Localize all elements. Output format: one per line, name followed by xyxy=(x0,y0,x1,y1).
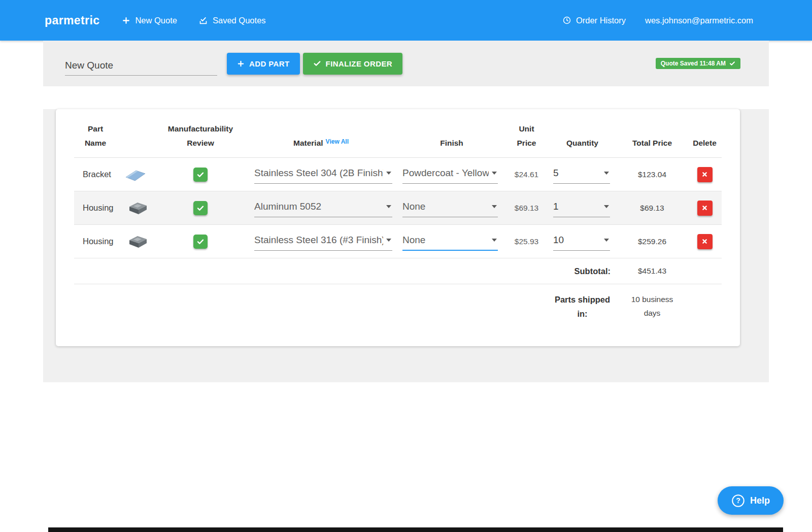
check-icon xyxy=(729,60,735,66)
help-label: Help xyxy=(750,495,770,506)
close-icon xyxy=(701,204,708,212)
total-price: $259.26 xyxy=(617,237,688,246)
nav-new-quote[interactable]: New Quote xyxy=(122,16,177,25)
table-row: Housing Aluminum 5052 None xyxy=(74,191,722,225)
subtotal-value: $451.43 xyxy=(617,267,688,276)
check-icon xyxy=(313,59,321,68)
add-part-label: ADD PART xyxy=(249,59,290,68)
finalize-order-label: FINALIZE ORDER xyxy=(326,59,392,68)
svg-text:?: ? xyxy=(736,496,740,505)
header-material: MaterialView All xyxy=(244,136,398,151)
finish-select[interactable]: Powdercoat - Yellow xyxy=(402,165,498,184)
save-check-icon xyxy=(198,16,208,25)
brand-logo[interactable]: parmetric xyxy=(45,14,99,27)
shipping-value: 10 business days xyxy=(627,292,678,320)
unit-price: $24.61 xyxy=(505,170,548,179)
plus-icon xyxy=(122,16,130,25)
check-icon xyxy=(196,204,205,212)
chevron-down-icon xyxy=(492,205,497,208)
finalize-order-button[interactable]: FINALIZE ORDER xyxy=(303,53,402,75)
quote-body: Part Name Manufacturability Review Mater… xyxy=(43,109,769,382)
delete-part-button[interactable] xyxy=(697,234,713,249)
subtotal-label: Subtotal: xyxy=(548,267,617,276)
clock-icon xyxy=(562,16,571,25)
part-name: Housing xyxy=(83,237,114,246)
view-all-link[interactable]: View All xyxy=(326,138,349,145)
quantity-select[interactable]: 1 xyxy=(553,199,610,217)
shipping-label: Parts shipped in: xyxy=(554,292,612,321)
part-thumbnail-housing xyxy=(127,234,149,250)
navbar: parmetric New Quote Saved Quotes Order H… xyxy=(0,0,812,41)
help-button[interactable]: ? Help xyxy=(718,486,784,515)
header-unit-price: Unit Price xyxy=(515,122,538,151)
nav-order-history[interactable]: Order History xyxy=(562,16,626,25)
part-thumbnail-housing xyxy=(127,200,149,216)
check-icon xyxy=(196,171,205,179)
total-price: $69.13 xyxy=(617,204,688,213)
finish-select-focused[interactable]: None xyxy=(402,232,498,251)
chevron-down-icon xyxy=(492,172,497,175)
chevron-down-icon xyxy=(604,239,609,242)
quantity-select[interactable]: 10 xyxy=(553,232,610,251)
chevron-down-icon xyxy=(386,205,391,208)
check-icon xyxy=(196,238,205,246)
review-passed-button[interactable] xyxy=(193,168,208,182)
user-email[interactable]: wes.johnson@parmetric.com xyxy=(645,16,753,25)
chevron-down-icon xyxy=(386,172,391,175)
header-manufacturability-review: Manufacturability Review xyxy=(162,122,239,151)
delete-part-button[interactable] xyxy=(697,167,713,182)
chevron-down-icon xyxy=(604,172,609,175)
subtotal-row: Subtotal: $451.43 xyxy=(74,258,722,284)
plus-icon xyxy=(237,60,245,68)
chevron-down-icon xyxy=(386,239,391,242)
close-icon xyxy=(701,171,708,178)
quote-saved-badge: Quote Saved 11:48 AM xyxy=(656,58,740,69)
close-icon xyxy=(701,238,708,245)
total-price: $123.04 xyxy=(617,170,688,179)
parts-table-card: Part Name Manufacturability Review Mater… xyxy=(56,109,740,346)
header-delete: Delete xyxy=(688,136,722,151)
part-name: Housing xyxy=(83,203,114,213)
review-passed-button[interactable] xyxy=(193,235,208,249)
quote-toolbar: ADD PART FINALIZE ORDER Quote Saved 11:4… xyxy=(43,41,769,86)
header-quantity: Quantity xyxy=(548,136,617,151)
quantity-select[interactable]: 5 xyxy=(553,165,610,184)
question-circle-icon: ? xyxy=(731,494,745,508)
material-select[interactable]: Stainless Steel 304 (2B Finish) xyxy=(254,165,392,184)
unit-price: $25.93 xyxy=(505,237,548,246)
quote-name-input[interactable] xyxy=(65,57,217,76)
table-row: Housing Stainless Steel 316 (#3 Finish) xyxy=(74,225,722,258)
table-header-row: Part Name Manufacturability Review Mater… xyxy=(74,109,722,158)
quote-saved-text: Quote Saved 11:48 AM xyxy=(661,60,726,67)
review-passed-button[interactable] xyxy=(193,201,208,215)
header-total-price: Total Price xyxy=(617,136,688,151)
material-select[interactable]: Stainless Steel 316 (#3 Finish) xyxy=(254,232,392,251)
delete-part-button[interactable] xyxy=(697,201,713,216)
nav-order-history-label: Order History xyxy=(576,16,626,25)
table-row: Bracket Stainless Steel 304 (2B Finish) … xyxy=(74,158,722,191)
header-part-name: Part Name xyxy=(82,122,109,151)
finish-select[interactable]: None xyxy=(402,199,498,217)
nav-new-quote-label: New Quote xyxy=(135,16,177,25)
chevron-down-icon xyxy=(492,239,497,242)
add-part-button[interactable]: ADD PART xyxy=(227,53,300,75)
taskbar-edge xyxy=(48,527,783,532)
part-thumbnail-bracket xyxy=(124,167,147,182)
chevron-down-icon xyxy=(604,205,609,208)
header-finish: Finish xyxy=(398,136,505,151)
nav-saved-quotes[interactable]: Saved Quotes xyxy=(198,16,266,25)
section-divider xyxy=(0,86,812,96)
part-name: Bracket xyxy=(83,170,111,179)
unit-price: $69.13 xyxy=(505,204,548,213)
material-select[interactable]: Aluminum 5052 xyxy=(254,199,392,217)
nav-saved-quotes-label: Saved Quotes xyxy=(213,16,266,25)
shipping-row: Parts shipped in: 10 business days xyxy=(74,284,722,321)
